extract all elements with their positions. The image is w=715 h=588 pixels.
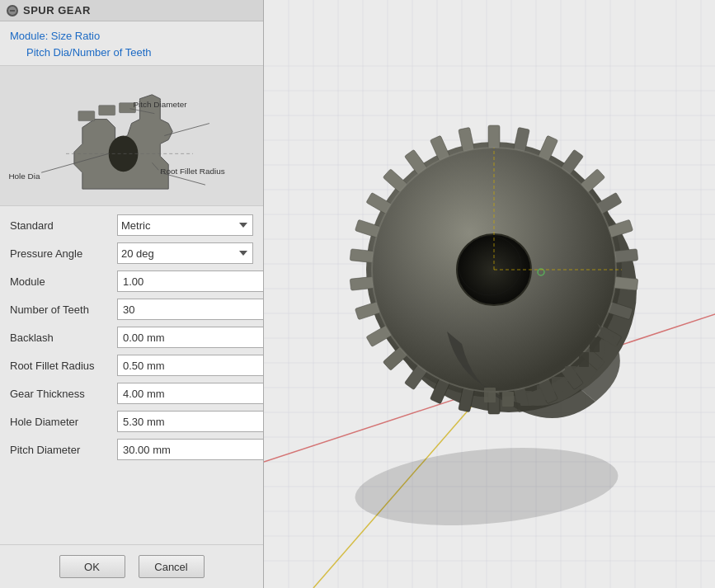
input-pitch-diameter[interactable] xyxy=(117,439,263,460)
svg-text:Root Fillet Radius: Root Fillet Radius xyxy=(160,167,224,176)
module-link-1[interactable]: Module: Size Ratio xyxy=(10,28,253,45)
svg-rect-96 xyxy=(502,392,514,407)
form-row-module: Module xyxy=(0,267,263,295)
panel-title-bar: SPUR GEAR xyxy=(0,0,263,21)
input-teeth[interactable] xyxy=(117,299,263,320)
cancel-button[interactable]: Cancel xyxy=(139,555,205,578)
svg-rect-102 xyxy=(590,337,600,352)
svg-rect-98 xyxy=(537,385,548,400)
form-area: Standard Metric English Pressure Angle 2… xyxy=(0,206,263,544)
label-pitch-diameter: Pitch Diameter xyxy=(10,444,117,456)
select-standard[interactable]: Metric English xyxy=(117,214,253,236)
svg-rect-101 xyxy=(579,352,589,367)
gear-diagram: Pitch Diameter Hole Dia Root Fillet Radi… xyxy=(0,66,263,206)
panel-title: SPUR GEAR xyxy=(23,4,91,16)
svg-rect-100 xyxy=(565,366,576,381)
label-teeth: Number of Teeth xyxy=(10,303,117,316)
input-backlash[interactable] xyxy=(117,327,263,348)
form-row-teeth: Number of Teeth xyxy=(0,295,263,323)
svg-text:Hole Dia: Hole Dia xyxy=(8,172,40,181)
3d-viewport[interactable] xyxy=(264,0,715,588)
svg-rect-2 xyxy=(78,111,95,121)
form-row-standard: Standard Metric English xyxy=(0,211,263,239)
ok-button[interactable]: OK xyxy=(59,555,125,578)
module-info: Module: Size Ratio Pitch Dia/Number of T… xyxy=(0,21,263,66)
form-row-backlash: Backlash xyxy=(0,323,263,351)
svg-rect-3 xyxy=(99,106,115,115)
label-standard: Standard xyxy=(10,219,117,232)
form-row-gear-thickness: Gear Thickness xyxy=(0,379,263,407)
svg-rect-85 xyxy=(350,276,374,290)
label-hole-diameter: Hole Diameter xyxy=(10,416,117,428)
svg-rect-95 xyxy=(484,388,496,402)
left-panel: SPUR GEAR Module: Size Ratio Pitch Dia/N… xyxy=(0,0,264,588)
label-root-fillet: Root Fillet Radius xyxy=(10,360,117,372)
svg-rect-99 xyxy=(552,377,563,392)
svg-rect-70 xyxy=(614,248,637,262)
label-backlash: Backlash xyxy=(10,332,117,344)
form-row-hole-diameter: Hole Diameter xyxy=(0,407,263,435)
input-gear-thickness[interactable] xyxy=(117,383,263,404)
input-hole-diameter[interactable] xyxy=(117,411,263,432)
form-row-pitch-diameter: Pitch Diameter xyxy=(0,435,263,463)
label-module: Module xyxy=(10,275,117,288)
gear-3d-view xyxy=(264,0,715,588)
input-module[interactable] xyxy=(117,270,263,292)
svg-text:Pitch Diameter: Pitch Diameter xyxy=(133,100,187,109)
svg-rect-97 xyxy=(520,391,532,406)
button-area: OK Cancel xyxy=(0,544,263,588)
form-row-pressure-angle: Pressure Angle 20 deg 14.5 deg 25 deg xyxy=(0,239,263,267)
minimize-icon[interactable] xyxy=(7,5,18,16)
module-link-2[interactable]: Pitch Dia/Number of Teeth xyxy=(10,45,253,61)
label-pressure-angle: Pressure Angle xyxy=(10,247,117,260)
select-pressure-angle[interactable]: 20 deg 14.5 deg 25 deg xyxy=(117,242,253,264)
svg-rect-63 xyxy=(488,125,500,148)
input-root-fillet[interactable] xyxy=(117,355,263,376)
svg-rect-71 xyxy=(614,276,637,290)
form-row-root-fillet: Root Fillet Radius xyxy=(0,351,263,379)
label-gear-thickness: Gear Thickness xyxy=(10,388,117,400)
svg-rect-86 xyxy=(350,248,374,262)
